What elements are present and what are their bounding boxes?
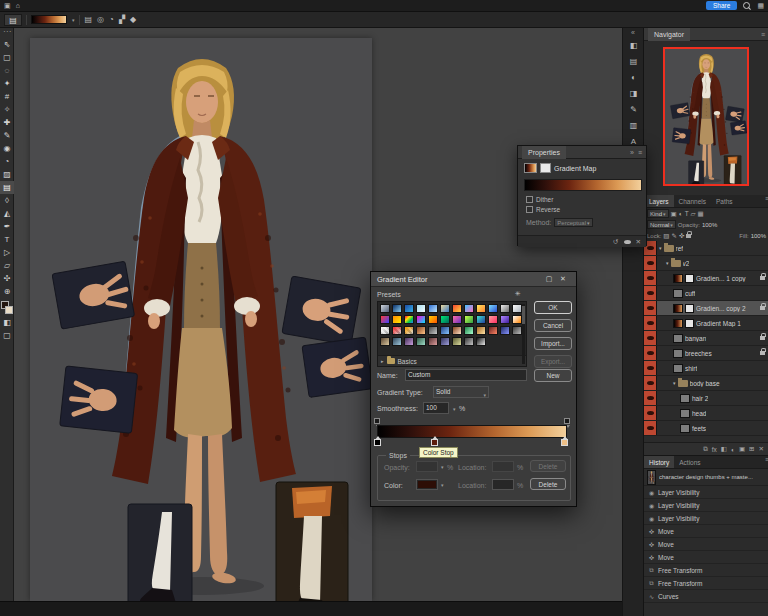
- gradient-preset-swatch[interactable]: [488, 315, 498, 324]
- layer-mask-icon[interactable]: ◧: [721, 445, 727, 453]
- gradient-preset-swatch[interactable]: [500, 315, 510, 324]
- crop-tool[interactable]: #: [0, 90, 14, 103]
- layer-visibility-toggle[interactable]: [644, 286, 657, 300]
- opacity-location-input[interactable]: [492, 461, 514, 472]
- color-stop-start[interactable]: [374, 439, 381, 446]
- layer-visibility-toggle[interactable]: [644, 346, 657, 360]
- fill-value[interactable]: 100%: [751, 233, 766, 239]
- layer-visibility-toggle[interactable]: [644, 406, 657, 420]
- brushes-panel-icon[interactable]: ✎: [623, 102, 644, 118]
- history-step[interactable]: ✜ Move: [644, 525, 768, 538]
- active-tool-icon[interactable]: ▤: [4, 14, 22, 26]
- layer-mask-thumbnail[interactable]: [685, 274, 694, 283]
- history-step[interactable]: ◉ Layer Visibility: [644, 499, 768, 512]
- color-stop-mid[interactable]: [431, 439, 438, 446]
- layer-name[interactable]: v2: [683, 260, 690, 267]
- export-button[interactable]: Export...: [534, 355, 572, 368]
- history-step[interactable]: ⧉ Free Transform: [644, 564, 768, 577]
- close-button[interactable]: ✕: [556, 272, 570, 286]
- gradient-type-select[interactable]: Solid▾: [433, 386, 489, 398]
- lock-position-icon[interactable]: ✜: [679, 232, 684, 240]
- layer-name[interactable]: Gradien... 1 copy: [696, 275, 746, 282]
- import-button[interactable]: Import...: [534, 337, 572, 350]
- layer-thumbnail[interactable]: [673, 349, 683, 358]
- layer-name[interactable]: body base: [690, 380, 720, 387]
- layer-row[interactable]: ▾ breeches: [644, 346, 768, 361]
- stop-color-swatch[interactable]: [416, 479, 438, 490]
- filter-type-icon[interactable]: T: [685, 210, 689, 217]
- gradient-preset-swatch[interactable]: [488, 304, 498, 313]
- reverse-option[interactable]: Reverse: [526, 206, 560, 213]
- type-tool[interactable]: T: [0, 233, 14, 246]
- layer-thumbnail[interactable]: [664, 245, 674, 252]
- tab-paths[interactable]: Paths: [711, 195, 738, 207]
- layer-visibility-toggle[interactable]: [644, 376, 657, 390]
- opacity-input[interactable]: [416, 461, 438, 472]
- gradient-preset-swatch[interactable]: [404, 315, 414, 324]
- layer-name[interactable]: Gradien... copy 2: [696, 305, 746, 312]
- gradient-preset-swatch[interactable]: [488, 326, 498, 335]
- filter-smart-object-icon[interactable]: ▦: [698, 210, 704, 218]
- gradient-preset-swatch[interactable]: [404, 304, 414, 313]
- layer-row[interactable]: ▾ Gradien... copy 2: [644, 301, 768, 316]
- libraries-panel-icon[interactable]: ◨: [623, 86, 644, 102]
- gradient-preset-swatch[interactable]: [380, 326, 390, 335]
- panel-menu-icon[interactable]: ≡: [638, 149, 642, 156]
- cancel-button[interactable]: Cancel: [534, 319, 572, 332]
- collapse-panel-icon[interactable]: »: [630, 149, 634, 156]
- gradient-preset-swatch[interactable]: [440, 326, 450, 335]
- reverse-checkbox[interactable]: [526, 206, 533, 213]
- swatches-panel-icon[interactable]: ▤: [623, 54, 644, 70]
- blur-tool[interactable]: ◊: [0, 194, 14, 207]
- link-layers-icon[interactable]: ⧉: [703, 445, 708, 453]
- layer-visibility-toggle[interactable]: [644, 421, 657, 435]
- layer-row[interactable]: ▾ cuff: [644, 286, 768, 301]
- layer-name[interactable]: breeches: [685, 350, 712, 357]
- layer-thumbnail[interactable]: [673, 304, 683, 313]
- properties-header[interactable]: Properties » ≡: [518, 146, 646, 159]
- lasso-tool[interactable]: ◌: [0, 64, 14, 77]
- gradient-preset-swatch[interactable]: [512, 304, 522, 313]
- eyedropper-tool[interactable]: ✧: [0, 103, 14, 116]
- history-snapshot[interactable]: character design thumbs + maste...: [644, 469, 768, 486]
- layer-thumbnail[interactable]: [673, 274, 683, 283]
- brush-settings-panel-icon[interactable]: ▥: [623, 118, 644, 134]
- gear-icon[interactable]: ✳: [515, 290, 521, 298]
- opacity-stop-start[interactable]: [374, 418, 380, 424]
- group-disclosure-icon[interactable]: ▾: [666, 260, 669, 266]
- gradient-name-input[interactable]: Custom: [405, 369, 527, 381]
- gradient-tool[interactable]: ▤: [0, 181, 14, 194]
- layer-mask-thumbnail[interactable]: [685, 304, 694, 313]
- home-icon[interactable]: ⌂: [16, 1, 20, 11]
- layer-row[interactable]: ▾ banyan: [644, 331, 768, 346]
- adjustment-layer-icon[interactable]: ◐: [731, 446, 735, 453]
- gradient-preset-swatch[interactable]: [464, 304, 474, 313]
- layer-row[interactable]: ▾ body base: [644, 376, 768, 391]
- gradient-preset-swatch[interactable]: [500, 304, 510, 313]
- delete-layer-icon[interactable]: ✕: [759, 445, 764, 453]
- history-step[interactable]: ◉ Layer Visibility: [644, 512, 768, 525]
- filter-adjustment-icon[interactable]: ◐: [679, 210, 683, 217]
- layer-row[interactable]: ▾ Gradien... 1 copy: [644, 271, 768, 286]
- tab-history[interactable]: History: [644, 456, 674, 468]
- gradient-preset-swatch[interactable]: [464, 326, 474, 335]
- quick-select-tool[interactable]: ✦: [0, 77, 14, 90]
- marquee-tool[interactable]: ▢: [0, 51, 14, 64]
- gradient-preset-swatch[interactable]: [464, 315, 474, 324]
- gradient-preset-swatch[interactable]: [428, 337, 438, 346]
- layer-mask-thumbnail[interactable]: [685, 319, 694, 328]
- chevron-down-icon[interactable]: ▾: [72, 17, 75, 23]
- layer-row[interactable]: ▾ v2: [644, 256, 768, 271]
- lock-all-icon[interactable]: [686, 234, 691, 238]
- expand-panels-icon[interactable]: «: [623, 28, 643, 38]
- gradient-preset-swatch[interactable]: [440, 315, 450, 324]
- layer-visibility-toggle[interactable]: [644, 316, 657, 330]
- new-group-icon[interactable]: ▣: [739, 445, 745, 453]
- gradient-preset-swatch[interactable]: [416, 315, 426, 324]
- layer-name[interactable]: cuff: [685, 290, 695, 297]
- clone-stamp-tool[interactable]: ◉: [0, 142, 14, 155]
- adjustment-thumbnail[interactable]: [524, 163, 537, 173]
- radial-gradient-icon[interactable]: ◎: [96, 15, 105, 24]
- zoom-tool[interactable]: ⊕: [0, 285, 14, 298]
- move-tool[interactable]: ⇖: [0, 38, 14, 51]
